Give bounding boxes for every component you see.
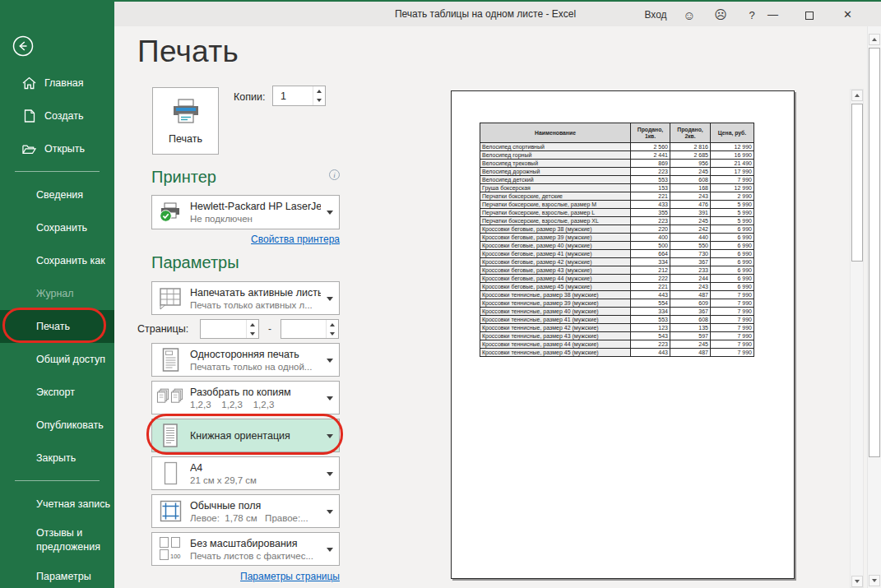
value-cell: 7 990 bbox=[711, 324, 754, 332]
value-cell: 730 bbox=[670, 250, 711, 258]
back-button[interactable] bbox=[12, 35, 34, 57]
value-cell: 487 bbox=[670, 291, 711, 299]
value-cell: 367 bbox=[670, 308, 711, 316]
value-cell: 7 990 bbox=[711, 316, 754, 324]
setting-dropdown-односторонняя-печать[interactable]: Односторонняя печатьПечатать только на о… bbox=[151, 343, 340, 377]
print-settings: Напечатать активные листыПечать только а… bbox=[151, 281, 340, 570]
table-header-cell: Наименование bbox=[480, 123, 631, 143]
item-name-cell: Кроссовки теннисные, размер 38 (мужские) bbox=[480, 291, 631, 299]
value-cell: 433 bbox=[631, 201, 670, 209]
sidebar-item-экспорт[interactable]: Экспорт bbox=[0, 376, 114, 409]
sidebar-item-общий-доступ[interactable]: Общий доступ bbox=[0, 343, 114, 376]
setting-dropdown-разобрать-по-копиям[interactable]: Разобрать по копиям1,2,3 1,2,3 1,2,3 bbox=[151, 381, 340, 414]
scroll-down-button[interactable] bbox=[869, 575, 880, 586]
scroll-thumb[interactable] bbox=[869, 48, 880, 457]
preview-scrollbar[interactable] bbox=[850, 89, 864, 588]
sidebar-item-закрыть[interactable]: Закрыть bbox=[0, 442, 114, 475]
sidebar-item-параметры[interactable]: Параметры bbox=[0, 560, 114, 588]
setting-dropdown-a4[interactable]: A421 см x 29,7 см bbox=[151, 456, 340, 490]
item-name-cell: Кроссовки теннисные, размер 44 (мужские) bbox=[480, 340, 631, 349]
dropdown-title: Без масштабирования bbox=[190, 538, 321, 549]
value-cell: 168 bbox=[670, 184, 711, 192]
sidebar-divider bbox=[15, 171, 100, 172]
maximize-button[interactable] bbox=[805, 2, 843, 28]
info-icon[interactable]: i bbox=[329, 169, 340, 180]
item-name-cell: Перчатки боксерские, взрослые, размер L bbox=[480, 209, 631, 217]
value-cell: 7 990 bbox=[711, 291, 754, 299]
sidebar-item-создать[interactable]: Создать bbox=[0, 100, 114, 132]
value-cell: 608 bbox=[670, 316, 711, 324]
item-name-cell: Велосипед трековый bbox=[480, 160, 631, 168]
table-row: Перчатки боксерские, взрослые, размер XL… bbox=[480, 217, 754, 225]
table-row: Кроссовки теннисные, размер 38 (мужские)… bbox=[480, 291, 754, 299]
copies-decrement-button[interactable] bbox=[313, 96, 325, 106]
sidebar-item-главная[interactable]: Главная bbox=[0, 67, 114, 100]
dropdown-title: Разобрать по копиям bbox=[190, 387, 321, 398]
value-cell: 244 bbox=[670, 275, 711, 283]
setting-dropdown-книжная-ориентация[interactable]: Книжная ориентация bbox=[151, 419, 340, 452]
scroll-thumb[interactable] bbox=[851, 104, 863, 262]
sign-in-button[interactable]: Вход bbox=[638, 9, 674, 21]
dropdown-title: Книжная ориентация bbox=[190, 430, 321, 442]
sidebar-item-открыть[interactable]: Открыть bbox=[0, 132, 114, 165]
sidebar-item-учетная-запись[interactable]: Учетная запись bbox=[0, 488, 114, 521]
sidebar-items: ГлавнаяСоздатьОткрыть СведенияСохранитьС… bbox=[0, 67, 114, 588]
close-button[interactable]: ✕ bbox=[843, 2, 881, 28]
smiley-feedback-icon[interactable]: ☺ bbox=[674, 8, 705, 22]
value-cell: 869 bbox=[631, 160, 670, 168]
frown-feedback-icon[interactable]: ☹ bbox=[705, 7, 736, 22]
sidebar-item-сохранить[interactable]: Сохранить bbox=[0, 211, 114, 244]
setting-dropdown-без-масштабирования[interactable]: 100Без масштабированияПечать листов с фа… bbox=[151, 532, 340, 566]
value-cell: 355 bbox=[631, 209, 670, 217]
pages-range-dash: - bbox=[259, 323, 281, 335]
item-name-cell: Велосипед спортивный bbox=[480, 143, 631, 151]
scroll-down-button[interactable] bbox=[851, 576, 863, 587]
sidebar-item-сохранить-как[interactable]: Сохранить как bbox=[0, 244, 114, 277]
sidebar-item-печать[interactable]: Печать bbox=[0, 310, 114, 343]
setting-dropdown-напечатать-активные-листы[interactable]: Напечатать активные листыПечать только а… bbox=[151, 281, 340, 315]
printer-properties-link[interactable]: Свойства принтера bbox=[151, 234, 340, 245]
value-cell: 243 bbox=[670, 283, 711, 291]
pages-to-increment-button[interactable] bbox=[327, 320, 338, 329]
pages-to-stepper[interactable] bbox=[281, 319, 339, 339]
item-name-cell: Кроссовки беговые, размер 45 (мужские) bbox=[480, 283, 631, 291]
table-row: Кроссовки теннисные, размер 41 (мужские)… bbox=[480, 316, 754, 324]
page-setup-link[interactable]: Параметры страницы bbox=[151, 571, 340, 582]
dropdown-title: Обычные поля bbox=[190, 500, 321, 512]
scroll-up-button[interactable] bbox=[869, 34, 880, 45]
sidebar-item-сведения[interactable]: Сведения bbox=[0, 178, 114, 211]
pages-from-decrement-button[interactable] bbox=[247, 329, 258, 338]
item-name-cell: Кроссовки теннисные, размер 43 (мужские) bbox=[480, 332, 631, 340]
printer-name: Hewlett-Packard HP LaserJe... bbox=[190, 201, 321, 212]
copies-increment-button[interactable] bbox=[313, 86, 325, 96]
scroll-up-button[interactable] bbox=[851, 90, 863, 101]
item-name-cell: Груша боксерская bbox=[480, 184, 631, 192]
print-button[interactable]: Печать bbox=[152, 87, 219, 155]
value-cell: 6 990 bbox=[711, 283, 754, 291]
table-row: Велосипед дорожный22324517 990 bbox=[480, 168, 754, 176]
sidebar-item-опубликовать[interactable]: Опубликовать bbox=[0, 409, 114, 442]
pages-to-decrement-button[interactable] bbox=[327, 329, 338, 338]
item-name-cell: Кроссовки теннисные, размер 39 (мужские) bbox=[480, 299, 631, 308]
help-button[interactable]: ? bbox=[736, 9, 767, 21]
sidebar-item-отзывы-и-предложения[interactable]: Отзывы и предложения bbox=[0, 521, 114, 560]
sidebar-item-label: Общий доступ bbox=[36, 354, 105, 365]
setting-dropdown-обычные-поля[interactable]: Обычные поляЛевое: 1,78 см Правое:... bbox=[151, 494, 340, 528]
sidebar-item-label: Главная bbox=[44, 77, 84, 89]
pages-from-stepper[interactable] bbox=[200, 319, 259, 339]
value-cell: 17 990 bbox=[711, 168, 754, 176]
value-cell: 400 bbox=[631, 234, 670, 242]
minimize-button[interactable]: — bbox=[767, 2, 805, 28]
home-icon bbox=[22, 76, 36, 90]
copies-label: Копии: bbox=[234, 91, 265, 103]
value-cell: 367 bbox=[670, 258, 711, 266]
pages-from-increment-button[interactable] bbox=[247, 320, 258, 329]
item-name-cell: Кроссовки беговые, размер 40 (мужские) bbox=[480, 242, 631, 250]
value-cell: 334 bbox=[631, 308, 670, 316]
value-cell: 222 bbox=[631, 275, 670, 283]
table-row: Кроссовки беговые, размер 41 (мужские)66… bbox=[480, 250, 754, 258]
copies-stepper[interactable]: 1 bbox=[272, 86, 326, 106]
value-cell: 223 bbox=[631, 217, 670, 225]
printer-dropdown[interactable]: Hewlett-Packard HP LaserJe... Не подключ… bbox=[151, 195, 340, 229]
window-scrollbar[interactable] bbox=[867, 26, 881, 588]
